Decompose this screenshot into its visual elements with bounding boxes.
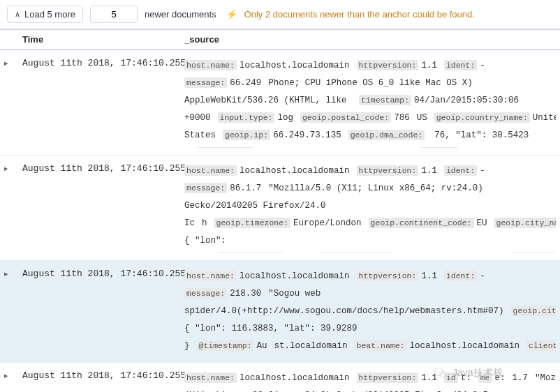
field-key[interactable]: geoip.dma_code: (348, 130, 425, 140)
chevron-up-icon: ∧ (15, 10, 20, 19)
documents-table: Time _source ▸August 11th 2018, 17:46:10… (0, 29, 560, 392)
load-more-label: Load 5 more (24, 9, 75, 20)
field-value: 1.1 (421, 373, 437, 383)
table-row[interactable]: ▸August 11th 2018, 17:46:10.255host.name… (0, 261, 560, 363)
field-value: 1.1 (421, 271, 437, 281)
field-value: localhost.localdomain (240, 373, 350, 383)
field-key[interactable]: beat.name: (354, 340, 406, 351)
field-key[interactable]: geoip.country_name: (434, 112, 530, 123)
field-value: 786 (394, 113, 410, 123)
column-expand (0, 29, 18, 50)
field-key[interactable]: httpversion: (357, 372, 419, 383)
field-key[interactable]: id (444, 372, 458, 383)
expand-caret-icon[interactable]: ▸ (4, 164, 8, 172)
table-row[interactable]: ▸August 11th 2018, 17:46:10.255host.name… (0, 156, 560, 261)
cell-time: August 11th 2018, 17:46:10.255 (18, 156, 180, 261)
field-value: 86.1.7 (230, 183, 261, 193)
field-value: - (480, 61, 485, 70)
field-key[interactable]: input.type: (218, 112, 275, 123)
field-value: EU (477, 218, 487, 228)
field-key[interactable]: httpversion: (357, 60, 419, 70)
field-key[interactable]: geoip.city_name: (494, 218, 556, 228)
field-key[interactable]: beat.name: (512, 252, 556, 253)
field-key[interactable]: host.name: (184, 271, 237, 281)
field-value: e: (495, 373, 506, 383)
field-key[interactable]: host.name: (184, 372, 237, 383)
field-value: 66.249 (230, 78, 261, 88)
field-value: log (277, 113, 293, 123)
anchor-warning: Only 2 documents newer than the anchor c… (244, 9, 475, 20)
field-value: localhost.localdomain (240, 271, 350, 281)
field-key[interactable]: @timestamp: (197, 340, 254, 351)
field-key[interactable]: clientip: (526, 340, 556, 351)
field-value: 1.1 (421, 166, 437, 176)
expand-caret-icon[interactable]: ▸ (4, 269, 8, 278)
surrounding-docs-bar: ∧ Load 5 more newer documents ⚡ Only 2 d… (0, 0, 560, 29)
field-key[interactable]: ident: (444, 271, 477, 281)
table-row[interactable]: ▸August 11th 2018, 17:46:10.255host.name… (0, 50, 560, 156)
field-value: localhost.localdomain (410, 341, 520, 351)
field-key[interactable]: message: (184, 183, 227, 193)
field-key[interactable]: httpversion: (357, 165, 419, 176)
cell-time: August 11th 2018, 17:46:10.255 (18, 50, 180, 156)
field-key[interactable]: @timestamp: (197, 147, 254, 148)
table-row[interactable]: ▸August 11th 2018, 17:46:10.255host.name… (0, 363, 560, 393)
field-value: t: (461, 373, 471, 383)
field-key[interactable]: geoip.ip: (223, 130, 270, 140)
field-key[interactable]: ident: (444, 60, 477, 70)
field-key[interactable]: host.name: (184, 165, 237, 176)
cell-source: host.name:localhost.localdomainhttpversi… (180, 363, 560, 393)
load-count-input[interactable] (90, 6, 138, 23)
field-key[interactable]: offset: (420, 147, 458, 148)
load-more-button[interactable]: ∧ Load 5 more (7, 6, 83, 23)
table-header-row: Time _source (0, 29, 560, 50)
field-key[interactable]: geoip.postal_code: (300, 112, 391, 123)
field-value: 1.7 (513, 373, 529, 383)
field-key[interactable]: ident: (444, 165, 477, 176)
field-key[interactable]: message: (184, 288, 227, 299)
field-key[interactable]: host.name: (184, 60, 237, 70)
cell-time: August 11th 2018, 17:46:10.255 (18, 261, 180, 363)
field-key[interactable]: beat.hostname: (320, 252, 392, 253)
field-value: localhost.localdomain (240, 166, 350, 176)
field-value: 66.249.73.135 (273, 130, 341, 140)
cell-source: host.name:localhost.localdomainhttpversi… (180, 50, 560, 156)
field-value: Europe/London (293, 218, 362, 228)
cell-time: August 11th 2018, 17:46:10.255 (18, 363, 180, 393)
field-value: localhost.localdomain (240, 61, 350, 70)
field-value: 218.30 (230, 289, 261, 299)
field-key[interactable]: geoip.city_name: (511, 306, 556, 316)
field-value: Au (256, 341, 267, 351)
cell-source: host.name:localhost.localdomainhttpversi… (180, 261, 560, 363)
field-value: { "lon": -0.14 (184, 236, 226, 253)
field-value: st.localdomain (274, 341, 347, 351)
field-value: US (417, 113, 427, 123)
cell-source: host.name:localhost.localdomainhttpversi… (180, 156, 560, 261)
field-value: 1.1 (421, 61, 437, 70)
field-key[interactable]: message: (184, 77, 227, 88)
field-value: - (480, 271, 485, 281)
field-key[interactable]: httpversion: (357, 271, 419, 281)
field-key[interactable]: beat.version: (218, 252, 285, 253)
field-key[interactable]: me (478, 372, 492, 383)
column-time[interactable]: Time (18, 29, 180, 50)
expand-caret-icon[interactable]: ▸ (4, 371, 8, 379)
newer-docs-label: newer documents (145, 9, 216, 20)
field-key[interactable]: timestamp: (359, 95, 411, 105)
expand-caret-icon[interactable]: ▸ (4, 59, 8, 67)
field-key[interactable]: geoip.timezone: (214, 218, 291, 228)
bolt-icon: ⚡ (226, 9, 237, 20)
field-key[interactable]: geoip.continent_code: (369, 218, 474, 228)
field-value: - (480, 166, 485, 176)
field-value: h (202, 218, 207, 228)
column-source[interactable]: _source (180, 29, 560, 50)
